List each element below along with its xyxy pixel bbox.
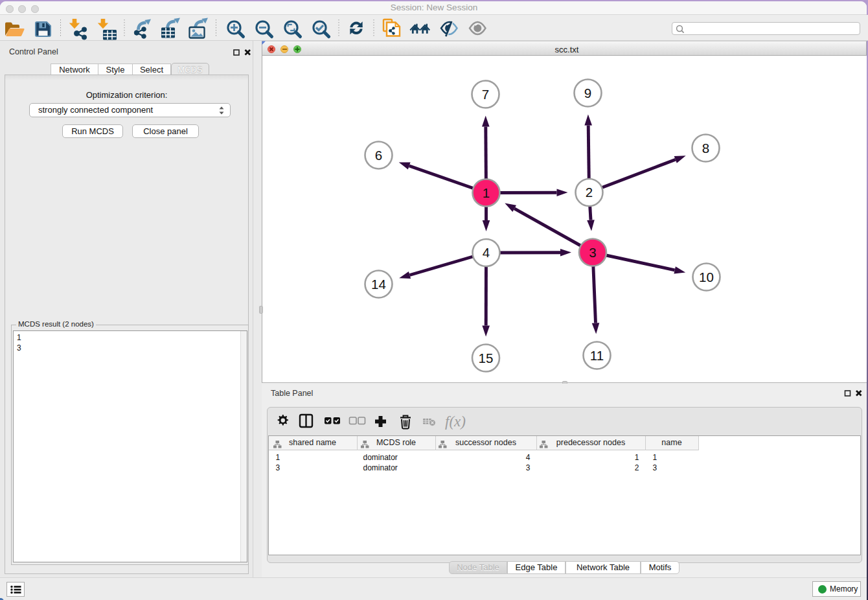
svg-text:14: 14 xyxy=(371,277,386,292)
svg-text:1: 1 xyxy=(483,185,490,200)
svg-text:7: 7 xyxy=(482,87,489,102)
svg-text:6: 6 xyxy=(375,148,382,163)
svg-text:11: 11 xyxy=(590,348,604,363)
svg-text:15: 15 xyxy=(479,351,494,365)
svg-text:9: 9 xyxy=(584,86,591,100)
svg-text:4: 4 xyxy=(483,245,490,260)
svg-text:2: 2 xyxy=(586,185,593,200)
svg-text:f(x): f(x) xyxy=(445,413,466,430)
svg-text:3: 3 xyxy=(589,245,596,260)
svg-text:8: 8 xyxy=(702,141,709,156)
svg-text:10: 10 xyxy=(699,270,714,284)
